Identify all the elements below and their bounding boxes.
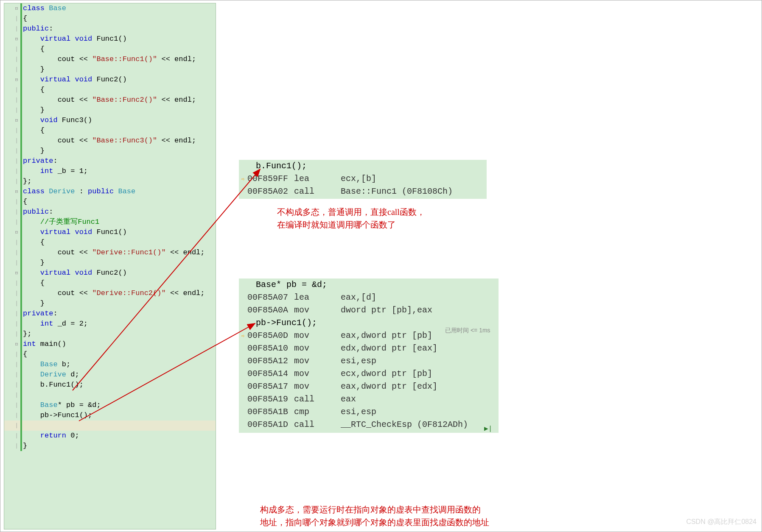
code-line[interactable]: │ Base* pb = &d; xyxy=(4,400,216,410)
asm-line[interactable]: ➪00F859FFleaecx,[b] xyxy=(239,173,487,185)
code-line[interactable]: │public: xyxy=(4,24,216,34)
code-line[interactable]: │ cout << "Base::Func2()" << endl; xyxy=(4,95,216,105)
code-line[interactable]: │private: xyxy=(4,156,216,166)
fold-toggle-icon: │ xyxy=(13,441,20,451)
asm-address: 00F85A1B xyxy=(247,406,294,418)
annotation-2: 构成多态，需要运行时在指向对象的虚表中查找调用函数的 地址，指向哪个对象就到哪个… xyxy=(260,503,489,529)
code-line[interactable]: │{ xyxy=(4,349,216,359)
code-line[interactable]: │ } xyxy=(4,105,216,115)
code-text: class Derive : public Base xyxy=(22,187,135,197)
fold-toggle-icon: │ xyxy=(13,24,20,34)
annotation-1: 不构成多态，普通调用，直接call函数， 在编译时就知道调用哪个函数了 xyxy=(277,206,425,231)
fold-toggle-icon[interactable]: ⊟ xyxy=(13,187,20,197)
fold-toggle-icon: │ xyxy=(13,176,20,187)
code-text: } xyxy=(22,105,45,115)
disassembly-panel-1[interactable]: b.Func1();➪00F859FFleaecx,[b]00F85A02cal… xyxy=(239,160,487,199)
code-line[interactable]: ⊟ virtual void Func1() xyxy=(4,34,216,44)
asm-line[interactable]: 00F85A0Amovdword ptr [pb],eax xyxy=(239,304,499,317)
code-line[interactable]: │ cout << "Base::Func1()" << endl; xyxy=(4,54,216,64)
code-line[interactable]: │{ xyxy=(4,14,216,24)
code-text: pb->Func1(); xyxy=(22,410,92,421)
code-line[interactable]: │ { xyxy=(4,237,216,248)
code-line[interactable]: ⊟ virtual void Func2() xyxy=(4,75,216,85)
code-line[interactable]: ⊟ virtual void Func1() xyxy=(4,227,216,237)
code-text: } xyxy=(22,258,45,268)
code-text: b.Func1(); xyxy=(22,380,84,390)
asm-opcode: mov xyxy=(294,304,341,317)
fold-toggle-icon: │ xyxy=(13,156,20,166)
code-line[interactable]: │ } xyxy=(4,64,216,75)
code-line[interactable]: │ { xyxy=(4,125,216,136)
code-line[interactable]: │ return 0; xyxy=(4,431,216,441)
asm-address: 00F85A1D xyxy=(247,418,294,431)
code-line[interactable]: │ int _b = 1; xyxy=(4,166,216,176)
fold-toggle-icon: │ xyxy=(13,105,20,115)
code-text: { xyxy=(22,14,27,24)
asm-line[interactable]: b.Func1(); xyxy=(239,160,487,173)
asm-address: 00F85A14 xyxy=(247,368,294,380)
asm-operands: eax,dword ptr [edx] xyxy=(341,380,437,393)
code-line[interactable]: │} xyxy=(4,441,216,451)
code-line[interactable]: │ xyxy=(4,421,216,431)
code-line[interactable]: │ Derive d; xyxy=(4,370,216,380)
asm-line[interactable]: 00F85A07leaeax,[d] xyxy=(239,291,499,304)
code-line[interactable]: │}; xyxy=(4,176,216,187)
fold-toggle-icon[interactable]: ⊟ xyxy=(13,339,20,349)
code-line[interactable]: │ pb->Func1(); xyxy=(4,410,216,421)
code-line[interactable]: │ cout << "Derive::Func2()" << endl; xyxy=(4,288,216,298)
fold-toggle-icon: │ xyxy=(13,390,20,400)
play-next-icon[interactable]: ▶| xyxy=(484,424,492,433)
asm-line[interactable]: Base* pb = &d; xyxy=(239,279,499,291)
code-text: cout << "Derive::Func1()" << endl; xyxy=(22,248,205,258)
fold-toggle-icon[interactable]: ⊟ xyxy=(13,3,20,14)
code-line[interactable]: ⊟ virtual void Func2() xyxy=(4,268,216,278)
code-line[interactable]: │ xyxy=(4,390,216,400)
code-line[interactable]: ⊟ void Func3() xyxy=(4,115,216,125)
asm-line[interactable]: 00F85A10movedx,dword ptr [eax] xyxy=(239,342,499,355)
code-line[interactable]: │ //子类重写Func1 xyxy=(4,217,216,227)
code-line[interactable]: │private: xyxy=(4,309,216,319)
code-line[interactable]: │ } xyxy=(4,146,216,156)
code-text: return 0; xyxy=(22,431,79,441)
code-line[interactable]: │ { xyxy=(4,85,216,95)
code-line[interactable]: │{ xyxy=(4,197,216,207)
fold-toggle-icon[interactable]: ⊟ xyxy=(13,34,20,44)
asm-line[interactable]: 00F85A1Dcall__RTC_CheckEsp (0F812ADh) xyxy=(239,418,499,431)
fold-toggle-icon: │ xyxy=(13,288,20,298)
asm-line[interactable]: 00F85A02callBase::Func1 (0F8108Ch) xyxy=(239,185,487,198)
code-line[interactable]: ⊟class Derive : public Base xyxy=(4,187,216,197)
asm-operands: dword ptr [pb],eax xyxy=(341,304,432,317)
disassembly-panel-2[interactable]: Base* pb = &d;00F85A07leaeax,[d]00F85A0A… xyxy=(239,279,499,433)
fold-toggle-icon[interactable]: ⊟ xyxy=(13,268,20,278)
fold-toggle-icon: │ xyxy=(13,207,20,217)
code-line[interactable]: │ Base b; xyxy=(4,359,216,370)
fold-toggle-icon[interactable]: ⊟ xyxy=(13,115,20,125)
code-text: } xyxy=(22,441,27,451)
code-line[interactable]: │ } xyxy=(4,298,216,309)
code-text: } xyxy=(22,64,45,75)
asm-address: 00F85A19 xyxy=(247,393,294,406)
code-text: { xyxy=(22,197,27,207)
code-line[interactable]: ⊟class Base xyxy=(4,3,216,14)
code-line[interactable]: │public: xyxy=(4,207,216,217)
fold-toggle-icon[interactable]: ⊟ xyxy=(13,227,20,237)
asm-line[interactable]: 00F85A14movecx,dword ptr [pb] xyxy=(239,368,499,380)
code-line[interactable]: │ cout << "Derive::Func1()" << endl; xyxy=(4,248,216,258)
code-line[interactable]: │ } xyxy=(4,258,216,268)
code-line[interactable]: │ { xyxy=(4,278,216,288)
code-line[interactable]: ⊟int main() xyxy=(4,339,216,349)
code-line[interactable]: │ cout << "Base::Func3()" << endl; xyxy=(4,136,216,146)
fold-toggle-icon[interactable]: ⊟ xyxy=(13,75,20,85)
code-line[interactable]: │ { xyxy=(4,44,216,54)
code-line[interactable]: │ b.Func1(); xyxy=(4,380,216,390)
source-code-panel[interactable]: ⊟class Base│{│public:⊟ virtual void Func… xyxy=(4,3,216,529)
asm-opcode: call xyxy=(294,185,341,198)
asm-line[interactable]: 00F85A17moveax,dword ptr [edx] xyxy=(239,380,499,393)
asm-operands: esi,esp xyxy=(341,355,376,368)
code-line[interactable]: │ int _d = 2; xyxy=(4,319,216,329)
code-line[interactable]: │}; xyxy=(4,329,216,339)
asm-line[interactable]: 00F85A1Bcmpesi,esp xyxy=(239,406,499,418)
fold-toggle-icon: │ xyxy=(13,54,20,64)
asm-line[interactable]: 00F85A19calleax xyxy=(239,393,499,406)
asm-line[interactable]: 00F85A12movesi,esp xyxy=(239,355,499,368)
